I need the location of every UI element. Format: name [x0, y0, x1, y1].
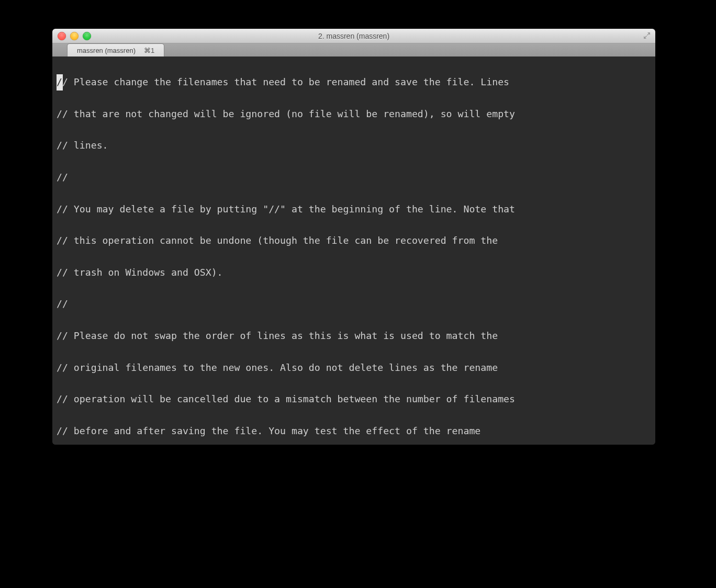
window-controls: [58, 32, 91, 40]
fullscreen-icon[interactable]: [643, 31, 651, 40]
comment-line: // this operation cannot be undone (thou…: [57, 233, 651, 248]
terminal-window: 2. massren (massren) massren (massren) ⌘…: [52, 29, 655, 445]
comment-line: // before and after saving the file. You…: [57, 423, 651, 439]
comment-line: // Please do not swap the order of lines…: [57, 328, 651, 344]
comment-line: // lines.: [57, 138, 651, 153]
tab-bar: massren (massren) ⌘1: [52, 43, 655, 57]
comment-line: // that are not changed will be ignored …: [57, 106, 651, 122]
window-title: 2. massren (massren): [52, 32, 655, 40]
comment-line: // You may delete a file by putting "//"…: [57, 201, 651, 217]
tab-spacer: [52, 43, 67, 56]
zoom-button[interactable]: [83, 32, 91, 40]
close-button[interactable]: [58, 32, 66, 40]
comment-line: // original filenames to the new ones. A…: [57, 360, 651, 376]
terminal-viewport[interactable]: /// Please change the filenames that nee…: [52, 56, 655, 445]
text-cursor: /: [57, 74, 63, 90]
tab-label: massren (massren): [77, 47, 136, 54]
comment-line: //: [57, 296, 651, 312]
window-titlebar: 2. massren (massren): [52, 29, 655, 43]
minimize-button[interactable]: [70, 32, 79, 40]
comment-line: //: [57, 169, 651, 185]
comment-line: // Please change the filenames that need…: [57, 76, 509, 87]
tab-massren[interactable]: massren (massren) ⌘1: [67, 43, 164, 57]
comment-line: // trash on Windows and OSX).: [57, 265, 651, 280]
tab-shortcut: ⌘1: [144, 47, 154, 54]
comment-line: // operation will be cancelled due to a …: [57, 391, 651, 407]
